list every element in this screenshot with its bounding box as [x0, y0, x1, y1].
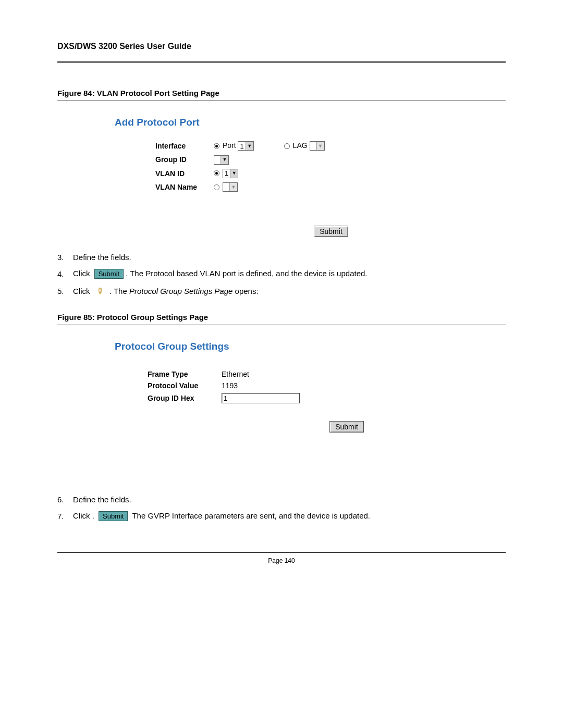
vlan-id-dropdown-value: 1: [223, 169, 230, 177]
submit-button[interactable]: Submit: [329, 421, 364, 433]
interface-label: Interface: [152, 140, 210, 152]
page-number: Page 140: [57, 557, 506, 564]
lag-dropdown[interactable]: ▼: [310, 141, 325, 151]
port-dropdown[interactable]: 1 ▼: [238, 141, 253, 151]
chevron-down-icon: ▼: [229, 183, 237, 191]
chevron-down-icon: ▼: [221, 156, 228, 164]
step-text: Define the fields.: [73, 495, 131, 504]
lag-radio[interactable]: [284, 143, 290, 149]
pencil-icon[interactable]: ✎: [94, 285, 106, 297]
step-4: 4. Click Submit. The Protocol based VLAN…: [57, 269, 506, 279]
steps-list-a: 3. Define the fields. 4. Click Submit. T…: [57, 253, 506, 296]
step-number: 6.: [57, 495, 73, 504]
step-7: 7. Click . Submit The GVRP Interface par…: [57, 511, 506, 521]
step-text-post: The GVRP Interface parameters are sent, …: [130, 511, 370, 520]
step-5: 5. Click ✎ . The Protocol Group Settings…: [57, 286, 506, 296]
chevron-down-icon: ▼: [230, 169, 238, 178]
figure-85-screenshot: Protocol Group Settings Frame Type Ether…: [115, 341, 506, 433]
figure-84-caption: Figure 84: VLAN Protocol Port Setting Pa…: [57, 89, 506, 97]
protocol-group-settings-title: Protocol Group Settings: [115, 341, 506, 352]
group-id-hex-label: Group ID Hex: [144, 392, 217, 404]
protocol-group-settings-form: Frame Type Ethernet Protocol Value 1193 …: [143, 368, 304, 405]
port-radio[interactable]: [214, 143, 219, 149]
vlan-id-dropdown[interactable]: 1 ▼: [223, 169, 238, 178]
lag-dropdown-value: [310, 142, 316, 150]
step-number: 7.: [57, 512, 73, 521]
figure-85-rule: [57, 325, 506, 325]
add-protocol-port-form: Interface Port 1 ▼ LAG ▼ Group ID: [151, 139, 329, 194]
inline-submit-button[interactable]: Submit: [94, 269, 124, 279]
group-id-dropdown-value: [214, 156, 221, 164]
lag-label: LAG: [293, 141, 308, 150]
vlan-name-label: VLAN Name: [152, 181, 210, 193]
submit-button[interactable]: Submit: [314, 226, 348, 237]
step-text-pre: Click: [73, 287, 90, 295]
step-text-pre: Click: [73, 269, 90, 278]
protocol-value-value: 1193: [218, 380, 303, 391]
step-text-post-a: . The: [109, 287, 129, 295]
step-text: Define the fields.: [73, 253, 131, 262]
step-number: 5.: [57, 287, 73, 295]
figure-84-rule: [57, 101, 506, 101]
vlan-name-dropdown-value: [223, 183, 229, 191]
figure-84-screenshot: Add Protocol Port Interface Port 1 ▼ LAG…: [115, 117, 506, 237]
step-number: 4.: [57, 269, 73, 278]
add-protocol-port-title: Add Protocol Port: [115, 117, 506, 128]
group-id-dropdown[interactable]: ▼: [214, 155, 229, 165]
inline-submit-button[interactable]: Submit: [99, 511, 128, 521]
step-number: 3.: [57, 253, 73, 262]
chevron-down-icon: ▼: [246, 142, 253, 150]
page-header-title: DXS/DWS 3200 Series User Guide: [57, 42, 506, 51]
step-6: 6. Define the fields.: [57, 495, 506, 504]
port-label: Port: [223, 141, 236, 150]
step-text-post-b: opens:: [232, 287, 258, 295]
vlan-name-radio[interactable]: [214, 184, 219, 190]
footer-rule: [57, 552, 506, 553]
steps-list-b: 6. Define the fields. 7. Click . Submit …: [57, 495, 506, 521]
vlan-name-dropdown[interactable]: ▼: [223, 182, 238, 192]
step-3: 3. Define the fields.: [57, 253, 506, 262]
vlan-id-label: VLAN ID: [152, 167, 210, 180]
header-rule: [57, 61, 506, 63]
group-id-label: Group ID: [152, 153, 210, 166]
group-id-hex-input[interactable]: [222, 393, 300, 403]
step-text-italic: Protocol Group Settings Page: [129, 287, 232, 295]
step-text-pre: Click .: [73, 511, 94, 520]
frame-type-value: Ethernet: [218, 369, 303, 379]
chevron-down-icon: ▼: [316, 142, 324, 150]
protocol-value-label: Protocol Value: [144, 380, 217, 391]
vlan-id-radio[interactable]: [214, 170, 219, 176]
frame-type-label: Frame Type: [144, 369, 217, 379]
figure-85-caption: Figure 85: Protocol Group Settings Page: [57, 313, 506, 322]
port-dropdown-value: 1: [238, 142, 245, 150]
step-text-post: . The Protocol based VLAN port is define…: [126, 269, 367, 278]
